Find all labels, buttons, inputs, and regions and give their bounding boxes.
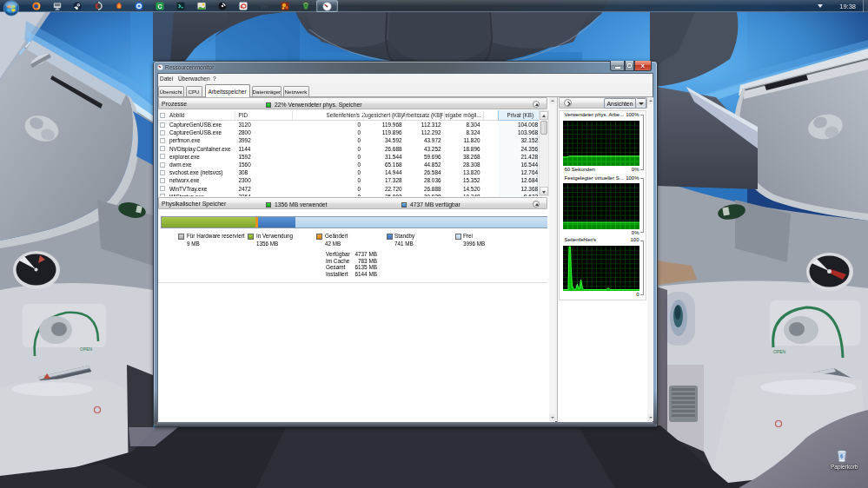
svg-text:VH: VH	[261, 3, 268, 10]
svg-text:OPEN: OPEN	[80, 346, 93, 352]
svg-text:OPEN: OPEN	[773, 349, 786, 354]
svg-text:C: C	[157, 3, 162, 10]
